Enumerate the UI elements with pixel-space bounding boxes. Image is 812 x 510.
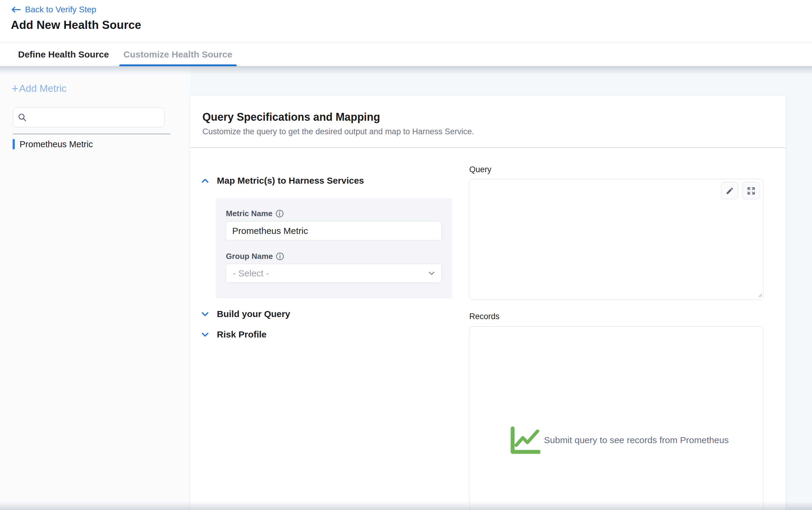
section-map-metrics-toggle[interactable]: Map Metric(s) to Harness Services [201, 173, 364, 188]
info-icon[interactable] [276, 210, 284, 218]
search-icon [18, 113, 27, 123]
section-build-query-title: Build your Query [217, 309, 290, 319]
expand-arrows-icon [747, 187, 755, 195]
records-empty-state: Submit query to see records from Prometh… [510, 426, 729, 454]
group-name-label: Group Name [226, 252, 273, 261]
chevron-down-icon [428, 271, 435, 275]
metric-mapping-form: Metric Name Group Name [216, 198, 452, 298]
group-name-placeholder: - Select - [233, 268, 269, 278]
metric-list-item-prometheus[interactable]: Prometheus Metric [13, 139, 190, 149]
tab-define-health-source[interactable]: Define Health Source [14, 43, 113, 66]
selected-indicator-bar [13, 139, 15, 149]
group-name-select[interactable]: - Select - [226, 264, 442, 283]
plus-icon: + [11, 83, 18, 94]
metric-name-input[interactable] [226, 221, 442, 241]
health-source-tabbar: Define Health Source Customize Health So… [0, 43, 812, 66]
chevron-down-icon [201, 311, 209, 317]
metric-item-label: Prometheus Metric [20, 140, 93, 149]
info-icon[interactable] [276, 252, 284, 261]
metric-name-label: Metric Name [226, 209, 272, 218]
content-area: + Add Metric Prometheus Metric Query [0, 66, 812, 510]
card-header-divider [190, 147, 785, 148]
metric-search [13, 108, 165, 127]
metric-search-input[interactable] [13, 108, 165, 127]
line-chart-icon [510, 426, 540, 454]
sidebar-divider [13, 134, 171, 134]
edit-query-button[interactable] [721, 182, 738, 199]
query-specifications-card: Query Specifications and Mapping Customi… [190, 96, 785, 510]
chevron-up-icon [201, 178, 209, 183]
metric-name-label-row: Metric Name [226, 209, 442, 218]
tab-customize-health-source[interactable]: Customize Health Source [119, 43, 237, 66]
section-map-metrics-title: Map Metric(s) to Harness Services [217, 176, 364, 186]
records-box: Submit query to see records from Prometh… [469, 326, 763, 510]
query-textarea[interactable] [469, 179, 763, 300]
query-editor-box [469, 179, 763, 300]
group-name-label-row: Group Name [226, 252, 442, 261]
back-link[interactable]: Back to Verify Step [11, 5, 96, 14]
query-label: Query [469, 165, 492, 174]
back-arrow-icon [11, 6, 21, 13]
add-metric-label: Add Metric [19, 83, 66, 94]
records-label: Records [469, 312, 500, 321]
page-title: Add New Health Source [11, 19, 141, 32]
resize-handle-icon[interactable] [757, 292, 762, 299]
metrics-sidebar: + Add Metric Prometheus Metric [0, 66, 190, 510]
query-toolbar [721, 182, 760, 199]
card-subtitle: Customize the query to get the desired o… [202, 127, 474, 137]
section-risk-profile-title: Risk Profile [217, 329, 266, 339]
add-metric-button[interactable]: + Add Metric [11, 83, 190, 94]
records-empty-message: Submit query to see records from Prometh… [544, 435, 729, 445]
tab-customize-label: Customize Health Source [123, 49, 233, 60]
pencil-icon [726, 187, 734, 195]
tab-define-label: Define Health Source [18, 49, 109, 60]
expand-query-button[interactable] [743, 182, 760, 199]
page-header: Back to Verify Step Add New Health Sourc… [0, 0, 812, 43]
section-build-query-toggle[interactable]: Build your Query [201, 307, 290, 321]
section-risk-profile-toggle[interactable]: Risk Profile [201, 327, 266, 342]
app-window: Back to Verify Step Add New Health Sourc… [0, 0, 812, 510]
back-link-label: Back to Verify Step [25, 5, 96, 14]
card-title: Query Specifications and Mapping [202, 111, 380, 123]
chevron-down-icon [201, 332, 209, 337]
